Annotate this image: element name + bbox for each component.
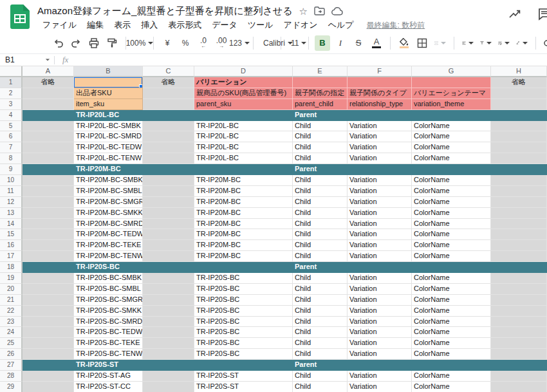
cell-H24[interactable]: [491, 327, 547, 338]
cell-B12[interactable]: TR-IP20M-BC-SMGR: [74, 197, 143, 208]
cell-F3[interactable]: relationship_type: [348, 99, 412, 110]
cell-E23[interactable]: Child: [293, 317, 348, 328]
cell-A6[interactable]: [23, 131, 74, 142]
cell-E27[interactable]: Parent: [293, 360, 348, 371]
cell-E2[interactable]: 親子関係の指定: [293, 88, 348, 99]
cell-D28[interactable]: TR-IP20S-ST: [194, 371, 293, 382]
cell-H22[interactable]: [491, 306, 547, 317]
comment-history-icon[interactable]: [538, 8, 547, 23]
cell-H17[interactable]: [491, 251, 547, 262]
cell-D12[interactable]: TR-IP20M-BC: [194, 197, 293, 208]
cell-G1[interactable]: [412, 77, 491, 88]
formula-input[interactable]: [75, 54, 547, 66]
cell-E8[interactable]: Child: [293, 153, 348, 164]
cell-A23[interactable]: [23, 317, 74, 328]
cell-C14[interactable]: [143, 219, 194, 230]
cell-F1[interactable]: [348, 77, 412, 88]
cell-F6[interactable]: Variation: [348, 131, 412, 142]
cell-A8[interactable]: [23, 153, 74, 164]
cell-F16[interactable]: Variation: [348, 240, 412, 251]
menu-item-4[interactable]: 表示形式: [163, 19, 207, 32]
cell-G3[interactable]: variation_theme: [412, 99, 491, 110]
cell-C25[interactable]: [143, 338, 194, 349]
cell-B17[interactable]: TR-IP20M-BC-TENW: [74, 251, 143, 262]
column-header-C[interactable]: C: [143, 66, 194, 77]
undo-button[interactable]: [50, 35, 66, 51]
row-header-27[interactable]: 27: [0, 360, 23, 371]
row-header-14[interactable]: 14: [0, 219, 23, 230]
row-header-25[interactable]: 25: [0, 338, 23, 349]
cell-B25[interactable]: TR-IP20S-BC-TEKE: [74, 338, 143, 349]
format-currency-button[interactable]: ¥: [160, 35, 175, 51]
cell-G28[interactable]: ColorName: [412, 371, 491, 382]
cell-C28[interactable]: [143, 371, 194, 382]
cell-B19[interactable]: TR-IP20S-BC-SMBK: [74, 273, 143, 284]
cell-G12[interactable]: ColorName: [412, 197, 491, 208]
row-header-13[interactable]: 13: [0, 208, 23, 219]
row-header-2[interactable]: 2: [0, 88, 23, 99]
cell-F9[interactable]: [348, 164, 412, 175]
cell-C7[interactable]: [143, 142, 194, 153]
row-header-5[interactable]: 5: [0, 121, 23, 132]
doc-title[interactable]: Amazon登録フォーム_親型番と子型番を昇順に整列させる: [37, 5, 293, 17]
cell-A1[interactable]: 省略: [23, 77, 74, 88]
cell-G10[interactable]: ColorName: [412, 175, 491, 186]
cell-C16[interactable]: [143, 240, 194, 251]
paint-format-button[interactable]: [104, 35, 120, 51]
cell-C1[interactable]: 省略: [143, 77, 194, 88]
cell-G18[interactable]: [412, 262, 491, 273]
row-header-18[interactable]: 18: [0, 262, 23, 273]
cell-F22[interactable]: Variation: [348, 306, 412, 317]
cell-A14[interactable]: [23, 219, 74, 230]
cell-G5[interactable]: ColorName: [412, 121, 491, 132]
row-header-19[interactable]: 19: [0, 273, 23, 284]
cell-H21[interactable]: [491, 295, 547, 306]
cell-A5[interactable]: [23, 121, 74, 132]
cell-D11[interactable]: TR-IP20M-BC: [194, 186, 293, 197]
cell-E12[interactable]: Child: [293, 197, 348, 208]
cell-H2[interactable]: [491, 88, 547, 99]
cell-G2[interactable]: バリエーションテーマ: [412, 88, 491, 99]
cell-B3[interactable]: item_sku: [74, 99, 143, 110]
cell-H19[interactable]: [491, 273, 547, 284]
cell-H6[interactable]: [491, 131, 547, 142]
cell-D3[interactable]: parent_sku: [194, 99, 293, 110]
cell-B16[interactable]: TR-IP20M-BC-TEKE: [74, 240, 143, 251]
cell-H9[interactable]: [491, 164, 547, 175]
cell-B28[interactable]: TR-IP20S-ST-AG: [74, 371, 143, 382]
cell-E1[interactable]: [293, 77, 348, 88]
format-percent-button[interactable]: %: [178, 35, 193, 51]
increase-decimal-button[interactable]: .00→: [214, 35, 229, 51]
cell-C27[interactable]: [143, 360, 194, 371]
column-header-F[interactable]: F: [348, 66, 412, 77]
cell-E17[interactable]: Child: [293, 251, 348, 262]
name-box[interactable]: B1: [0, 54, 54, 66]
cell-G19[interactable]: ColorName: [412, 273, 491, 284]
cell-B18[interactable]: TR-IP20S-BC: [74, 262, 143, 273]
cell-G9[interactable]: [412, 164, 491, 175]
cell-H18[interactable]: [491, 262, 547, 273]
column-header-A[interactable]: A: [23, 66, 74, 77]
cell-B29[interactable]: TR-IP20S-ST-CC: [74, 382, 143, 392]
cell-A11[interactable]: [23, 186, 74, 197]
row-header-12[interactable]: 12: [0, 197, 23, 208]
cell-B8[interactable]: TR-IP20L-BC-TENW: [74, 153, 143, 164]
insert-link-button[interactable]: [542, 35, 547, 51]
cell-E25[interactable]: Child: [293, 338, 348, 349]
cell-C4[interactable]: [143, 110, 194, 121]
cell-F13[interactable]: Variation: [348, 208, 412, 219]
cell-G11[interactable]: ColorName: [412, 186, 491, 197]
row-header-20[interactable]: 20: [0, 284, 23, 295]
cell-A7[interactable]: [23, 142, 74, 153]
row-header-24[interactable]: 24: [0, 327, 23, 338]
text-wrap-button[interactable]: [496, 35, 512, 51]
column-header-B[interactable]: B: [74, 66, 143, 77]
cell-H10[interactable]: [491, 175, 547, 186]
cell-D18[interactable]: [194, 262, 293, 273]
column-header-D[interactable]: D: [194, 66, 293, 77]
cell-C24[interactable]: [143, 327, 194, 338]
decrease-decimal-button[interactable]: .0←: [196, 35, 211, 51]
cell-C13[interactable]: [143, 208, 194, 219]
cell-F24[interactable]: Variation: [348, 327, 412, 338]
row-header-22[interactable]: 22: [0, 306, 23, 317]
